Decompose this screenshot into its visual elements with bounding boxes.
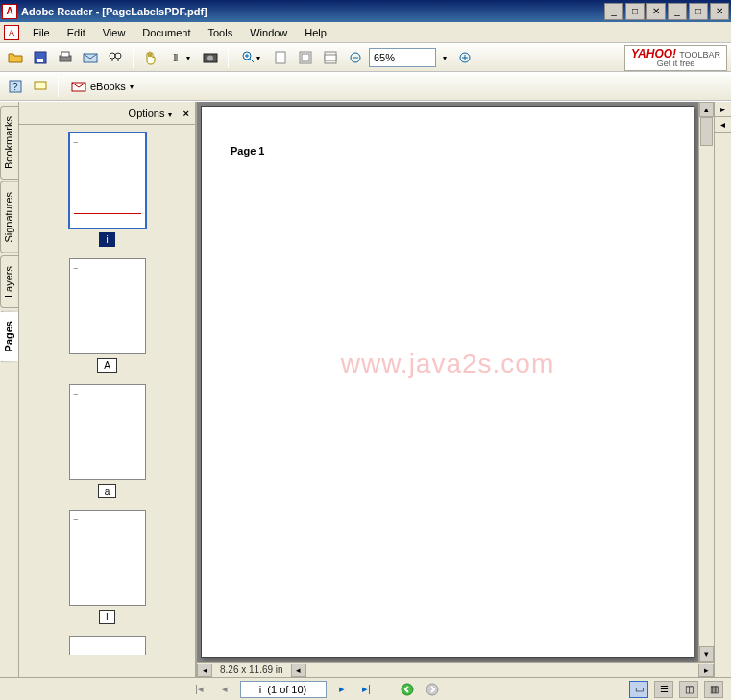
tab-pages[interactable]: Pages xyxy=(0,310,18,362)
separator xyxy=(58,76,59,97)
thumbnail-item[interactable]: – i xyxy=(27,133,187,247)
print-button[interactable] xyxy=(54,46,77,69)
collapse-right-button[interactable]: ◂ xyxy=(715,117,731,133)
page-dimensions: 8.26 x 11.69 in xyxy=(212,664,291,675)
menu-help[interactable]: Help xyxy=(297,25,334,40)
ebooks-label: eBooks xyxy=(90,81,126,92)
last-page-button[interactable]: ▸| xyxy=(357,681,377,698)
thumbnail-item[interactable] xyxy=(27,636,187,655)
main-toolbar: I▾ ▾ ▾ YAHOO! TOOLBAR Get it free xyxy=(0,43,731,72)
window-title: Adobe Reader - [PageLabelsPDF.pdf] xyxy=(21,6,604,17)
page-thumbnail[interactable]: – xyxy=(69,133,146,229)
thumbnail-item[interactable]: – I xyxy=(27,510,187,624)
single-page-view-button[interactable]: ▭ xyxy=(629,681,648,698)
svg-point-9 xyxy=(207,56,213,61)
statusbar: |◂ ◂ ▸ ▸| ▭ ☰ ◫ ▥ xyxy=(0,677,731,700)
scroll-down-button[interactable]: ▾ xyxy=(699,646,714,662)
zoom-input[interactable] xyxy=(369,48,436,67)
separator xyxy=(228,47,229,68)
zoom-out-button[interactable] xyxy=(344,46,367,69)
doc-restore-button[interactable]: □ xyxy=(689,3,708,20)
pages-panel-close-button[interactable]: × xyxy=(183,108,189,119)
page-thumbnail[interactable]: – xyxy=(69,258,146,354)
tab-signatures[interactable]: Signatures xyxy=(0,181,18,253)
menu-document[interactable]: Document xyxy=(134,25,198,40)
svg-point-5 xyxy=(110,53,115,59)
svg-rect-11 xyxy=(276,52,285,63)
next-page-button[interactable]: ▸ xyxy=(332,681,352,698)
scroll-right-button[interactable]: ▸ xyxy=(698,664,714,677)
expand-right-button[interactable]: ▸ xyxy=(715,102,731,117)
thumbnail-label: I xyxy=(99,610,115,624)
ebooks-button[interactable]: eBooks ▾ xyxy=(64,76,140,97)
select-text-button[interactable]: I▾ xyxy=(164,46,197,69)
tab-bookmarks[interactable]: Bookmarks xyxy=(0,106,18,180)
pages-panel-header: Options ▾ × xyxy=(19,102,195,125)
continuous-facing-view-button[interactable]: ▥ xyxy=(704,681,723,698)
fit-width-button[interactable] xyxy=(319,46,342,69)
svg-text:?: ? xyxy=(12,82,18,92)
zoom-in-button[interactable]: ▾ xyxy=(234,46,267,69)
page-number-input[interactable] xyxy=(240,681,327,698)
menu-tools[interactable]: Tools xyxy=(201,25,241,40)
menu-window[interactable]: Window xyxy=(242,25,295,40)
continuous-view-button[interactable]: ☰ xyxy=(654,681,673,698)
page-content-text: Page 1 xyxy=(231,145,264,157)
previous-page-button[interactable]: ◂ xyxy=(215,681,234,698)
snapshot-button[interactable] xyxy=(199,46,222,69)
thumbnail-label: i xyxy=(99,232,114,247)
pages-panel: Options ▾ × – i – A – a – I xyxy=(19,102,197,677)
thumbnail-item[interactable]: – A xyxy=(27,258,187,373)
doc-minimize-button[interactable]: _ xyxy=(668,3,687,20)
scrollbar-thumb[interactable] xyxy=(700,117,713,146)
email-button[interactable] xyxy=(79,46,102,69)
how-to-button[interactable]: ? xyxy=(4,75,27,98)
document-canvas[interactable]: Page 1 www.java2s.com ▴ ▾ ◂ 8.26 x 11.69… xyxy=(197,102,714,677)
vertical-scrollbar[interactable]: ▴ ▾ xyxy=(698,102,714,662)
zoom-plus-button[interactable] xyxy=(453,46,476,69)
svg-rect-1 xyxy=(37,59,43,62)
restore-button[interactable]: □ xyxy=(625,3,645,20)
menubar: A File Edit View Document Tools Window H… xyxy=(0,22,731,43)
svg-point-6 xyxy=(115,53,121,59)
document-page[interactable]: Page 1 www.java2s.com xyxy=(201,106,694,658)
svg-rect-13 xyxy=(302,54,309,61)
thumbnails-list[interactable]: – i – A – a – I xyxy=(19,125,195,677)
svg-rect-15 xyxy=(325,55,336,60)
yahoo-toolbar-ad[interactable]: YAHOO! TOOLBAR Get it free xyxy=(624,45,727,71)
tab-layers[interactable]: Layers xyxy=(0,255,18,308)
chevron-down-icon: ▾ xyxy=(168,110,172,119)
forward-button[interactable] xyxy=(423,681,442,698)
page-thumbnail[interactable]: – xyxy=(69,510,146,606)
zoom-dropdown-button[interactable]: ▾ xyxy=(438,46,451,69)
close-button[interactable]: ✕ xyxy=(646,3,666,20)
minimize-button[interactable]: _ xyxy=(604,3,623,20)
menu-file[interactable]: File xyxy=(25,25,58,40)
pages-options-menu[interactable]: Options ▾ xyxy=(129,108,172,119)
page-thumbnail[interactable]: – xyxy=(69,384,146,480)
hand-tool-button[interactable] xyxy=(139,46,162,69)
menu-edit[interactable]: Edit xyxy=(60,25,93,40)
actual-size-button[interactable] xyxy=(269,46,292,69)
search-button[interactable] xyxy=(104,46,127,69)
page-thumbnail[interactable] xyxy=(69,636,146,655)
right-edge-panel: ▸ ◂ xyxy=(714,102,731,677)
window-buttons: _ □ ✕ _ □ ✕ xyxy=(604,3,729,20)
scroll-left2-button[interactable]: ◂ xyxy=(291,664,306,677)
thumbnail-label: A xyxy=(97,358,117,373)
save-button[interactable] xyxy=(29,46,52,69)
facing-view-button[interactable]: ◫ xyxy=(679,681,698,698)
back-button[interactable] xyxy=(398,681,417,698)
app-icon: A xyxy=(2,4,17,19)
thumbnail-item[interactable]: – a xyxy=(27,384,187,498)
scroll-up-button[interactable]: ▴ xyxy=(699,102,714,117)
horizontal-scrollbar: ◂ 8.26 x 11.69 in ◂ ▸ xyxy=(197,662,714,677)
fit-page-button[interactable] xyxy=(294,46,317,69)
scroll-left-button[interactable]: ◂ xyxy=(197,664,212,677)
menu-view[interactable]: View xyxy=(95,25,134,40)
first-page-button[interactable]: |◂ xyxy=(190,681,209,698)
doc-close-button[interactable]: ✕ xyxy=(710,3,729,20)
review-button[interactable] xyxy=(29,75,52,98)
open-button[interactable] xyxy=(4,46,27,69)
navigation-tabs: Bookmarks Signatures Layers Pages xyxy=(0,102,19,677)
